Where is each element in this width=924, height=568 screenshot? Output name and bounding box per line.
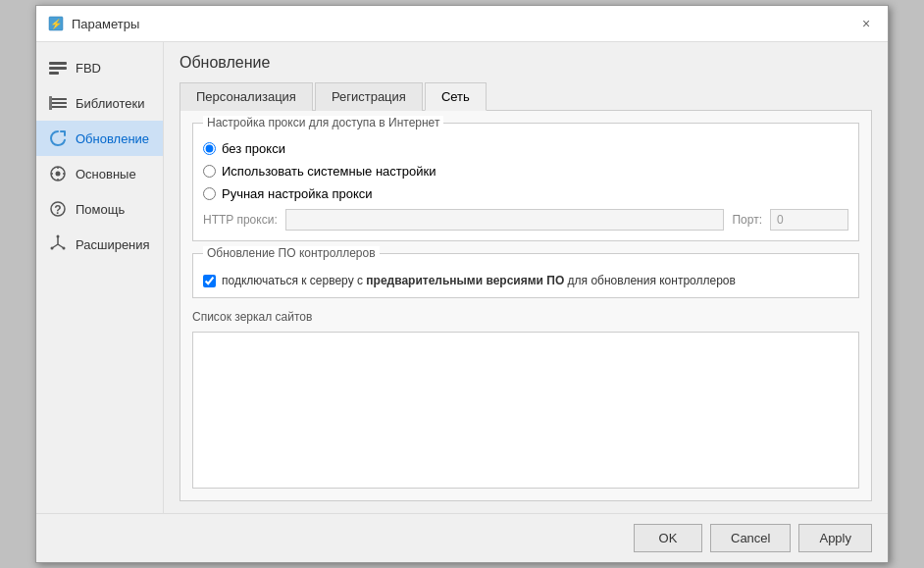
radio-no-proxy[interactable]: без прокси bbox=[203, 141, 848, 156]
controller-checkbox[interactable]: подключаться к серверу с предварительным… bbox=[203, 274, 848, 287]
sidebar-item-libraries[interactable]: Библиотеки bbox=[36, 85, 163, 121]
content-area: FBD Библиотеки bbox=[36, 42, 888, 513]
svg-text:?: ? bbox=[54, 203, 61, 217]
app-icon: ⚡ bbox=[48, 16, 64, 31]
main-icon bbox=[48, 164, 68, 183]
sidebar-label-libraries: Библиотеки bbox=[76, 96, 144, 111]
svg-point-17 bbox=[57, 235, 60, 238]
radio-system-proxy[interactable]: Использовать системные настройки bbox=[203, 164, 848, 179]
sidebar-item-fbd[interactable]: FBD bbox=[36, 50, 163, 85]
controller-section: Обновление ПО контроллеров подключаться … bbox=[192, 253, 859, 298]
sidebar-item-extensions[interactable]: Расширения bbox=[36, 227, 163, 262]
svg-point-10 bbox=[56, 172, 61, 177]
tab-registration[interactable]: Регистрация bbox=[315, 82, 423, 111]
proxy-radio-group: без прокси Использовать системные настро… bbox=[203, 141, 848, 201]
cancel-button[interactable]: Cancel bbox=[710, 524, 791, 552]
sidebar-label-help: Помощь bbox=[76, 202, 125, 217]
controller-checkbox-label: подключаться к серверу с предварительным… bbox=[222, 274, 736, 287]
window-title: Параметры bbox=[72, 17, 139, 31]
sidebar-label-main: Основные bbox=[76, 167, 136, 181]
mirror-list[interactable] bbox=[192, 332, 859, 489]
svg-rect-3 bbox=[49, 67, 67, 70]
ok-button[interactable]: OK bbox=[634, 524, 702, 552]
close-button[interactable]: × bbox=[856, 14, 876, 33]
sidebar-item-main[interactable]: Основные bbox=[36, 156, 163, 191]
svg-rect-8 bbox=[49, 96, 52, 110]
update-icon bbox=[48, 129, 68, 148]
radio-no-proxy-input[interactable] bbox=[203, 142, 216, 155]
svg-rect-4 bbox=[49, 72, 59, 75]
help-icon: ? bbox=[48, 199, 68, 219]
title-bar: ⚡ Параметры × bbox=[36, 6, 888, 42]
main-panel: Обновление Персонализация Регистрация Се… bbox=[164, 42, 888, 513]
sidebar-item-update[interactable]: Обновление bbox=[36, 121, 163, 156]
controller-section-title: Обновление ПО контроллеров bbox=[203, 246, 380, 260]
mirror-section-title: Список зеркал сайтов bbox=[192, 310, 859, 324]
radio-manual-proxy-input[interactable] bbox=[203, 187, 216, 200]
tab-personalization[interactable]: Персонализация bbox=[180, 82, 313, 111]
http-proxy-label: HTTP прокси: bbox=[203, 213, 278, 227]
title-bar-left: ⚡ Параметры bbox=[48, 16, 139, 31]
tab-content-network: Настройка прокси для доступа в Интернет … bbox=[180, 111, 872, 501]
sidebar: FBD Библиотеки bbox=[36, 42, 164, 513]
sidebar-label-fbd: FBD bbox=[76, 61, 101, 76]
extensions-icon bbox=[48, 234, 68, 254]
port-label: Порт: bbox=[732, 213, 762, 227]
bottom-bar: OK Cancel Apply bbox=[36, 513, 888, 562]
port-input[interactable] bbox=[770, 209, 848, 231]
sidebar-label-update: Обновление bbox=[76, 131, 149, 146]
libraries-icon bbox=[48, 93, 68, 113]
controller-checkbox-input[interactable] bbox=[203, 275, 216, 287]
proxy-section: Настройка прокси для доступа в Интернет … bbox=[192, 123, 859, 241]
radio-manual-proxy[interactable]: Ручная настройка прокси bbox=[203, 186, 848, 201]
svg-point-18 bbox=[51, 247, 54, 250]
tabs-bar: Персонализация Регистрация Сеть bbox=[180, 81, 872, 111]
svg-rect-2 bbox=[49, 62, 67, 65]
http-proxy-input[interactable] bbox=[285, 209, 725, 231]
mirror-section: Список зеркал сайтов bbox=[192, 310, 859, 489]
radio-system-proxy-input[interactable] bbox=[203, 165, 216, 178]
proxy-fields: HTTP прокси: Порт: bbox=[203, 209, 848, 231]
page-title: Обновление bbox=[180, 54, 872, 72]
tab-network[interactable]: Сеть bbox=[425, 82, 487, 111]
svg-text:⚡: ⚡ bbox=[50, 18, 63, 30]
radio-system-proxy-label: Использовать системные настройки bbox=[222, 164, 436, 179]
svg-point-19 bbox=[63, 247, 66, 250]
sidebar-label-extensions: Расширения bbox=[76, 237, 150, 252]
dialog-window: ⚡ Параметры × FBD bbox=[35, 5, 889, 563]
apply-button[interactable]: Apply bbox=[798, 524, 872, 552]
sidebar-item-help[interactable]: ? Помощь bbox=[36, 191, 163, 227]
proxy-section-title: Настройка прокси для доступа в Интернет bbox=[203, 116, 443, 129]
radio-no-proxy-label: без прокси bbox=[222, 141, 285, 156]
fbd-icon bbox=[48, 58, 68, 77]
radio-manual-proxy-label: Ручная настройка прокси bbox=[222, 186, 373, 201]
